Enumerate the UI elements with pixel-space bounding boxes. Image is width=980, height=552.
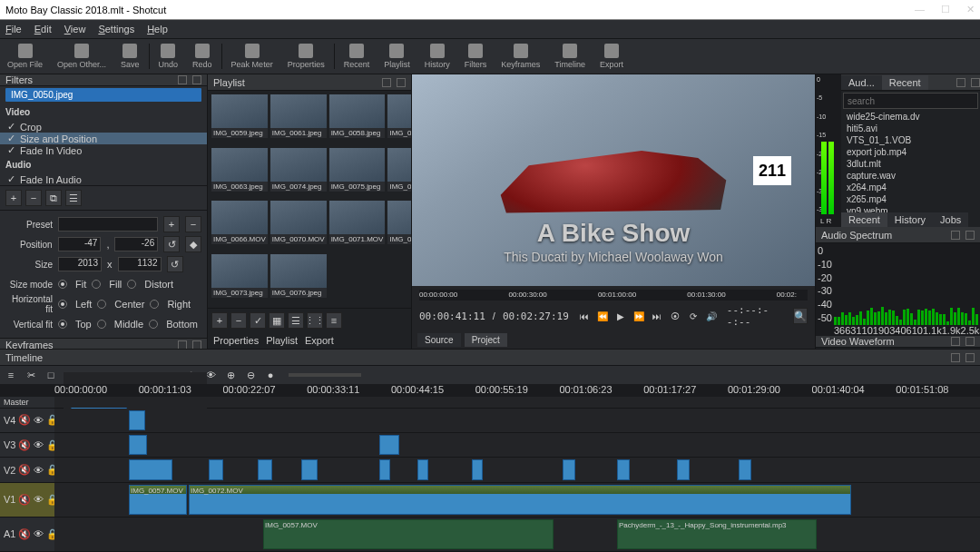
track-header[interactable]: A1🔇👁🔒 [0,518,54,551]
timeline-clip[interactable]: IMG_0057.MOV [263,519,554,549]
playlist-bar-button-4[interactable]: ☰ [288,312,304,329]
track-body[interactable] [54,433,980,457]
mute-icon[interactable]: 🔇 [18,439,31,451]
track-body[interactable] [54,409,980,432]
filter-add-button[interactable]: + [5,190,22,206]
recent-file-item[interactable]: VTS_01_1.VOB [841,134,980,146]
size-reset-button[interactable]: ↺ [167,256,183,272]
player-control-6[interactable]: ⟳ [685,308,701,324]
panel-detach-icon[interactable] [956,78,965,87]
toolbar-undo-button[interactable]: Undo [152,39,186,74]
toolbar-open-button[interactable]: Open File [0,39,50,74]
recent-file-item[interactable]: wide25-cinema.dv [841,111,980,123]
menu-file[interactable]: File [5,24,22,34]
toolbar-props-button[interactable]: Properties [280,39,332,74]
preset-add-button[interactable]: + [163,216,180,232]
track-body[interactable] [54,458,980,481]
timeline-clip[interactable] [301,459,318,479]
timeline-clip[interactable] [379,459,390,479]
panel-close-icon[interactable] [965,337,975,346]
timeline-clip[interactable] [617,459,630,479]
timeline-clip[interactable] [563,459,575,479]
vfit-middle-radio[interactable] [97,320,106,329]
player-control-3[interactable]: ⏩ [631,308,647,324]
panel-close-icon[interactable] [397,78,406,87]
preset-select[interactable] [58,217,158,232]
recent-file-item[interactable]: x264.mp4 [841,182,980,193]
timeline-tool-1[interactable]: ✂ [24,368,38,382]
panel-detach-icon[interactable] [178,75,187,84]
tab-source[interactable]: Source [417,333,461,347]
hfit-center-radio[interactable] [97,300,106,309]
tab-playlist[interactable]: Playlist [266,335,298,346]
player-control-7[interactable]: 🔊 [703,308,720,324]
panel-detach-icon[interactable] [951,231,960,240]
hfit-right-radio[interactable] [150,300,159,309]
hfit-left-radio[interactable] [58,300,67,309]
eye-icon[interactable]: 👁 [34,415,44,426]
eye-icon[interactable]: 👁 [34,528,44,539]
playlist-item[interactable]: IMG_0059.jpeg [211,94,268,138]
playlist-bar-button-2[interactable]: ✓ [250,312,266,329]
playlist-item[interactable]: IMG_0070.MOV [270,201,327,244]
timeline-clip[interactable] [677,459,690,479]
recent-search-input[interactable] [843,93,978,109]
timeline-tool-12[interactable]: ⊖ [243,368,258,382]
player-control-0[interactable]: ⏮ [576,308,593,324]
mute-icon[interactable]: 🔇 [18,528,31,540]
mute-icon[interactable]: 🔇 [18,414,31,426]
recent-file-item[interactable]: vp9.webm [841,205,980,212]
video-preview[interactable]: 211 A Bike Show This Ducati by Michael W… [412,74,815,286]
playlist-item[interactable]: IMG_0062.jpeg [387,94,411,138]
timeline-clip[interactable]: IMG_0072.MOV [189,485,851,515]
filter-copy-button[interactable]: ⧉ [45,190,62,206]
toolbar-redo-button[interactable]: Redo [185,39,220,74]
player-control-5[interactable]: ⦿ [667,308,683,324]
toolbar-meter-button[interactable]: Peak Meter [224,39,280,74]
playlist-bar-button-1[interactable]: − [230,312,247,329]
timeline-tool-2[interactable]: □ [44,368,58,382]
filter-item-fade-in-video[interactable]: ✓Fade In Video [0,144,207,156]
menu-settings[interactable]: Settings [98,24,134,34]
playlist-item[interactable]: IMG_0063.jpeg [211,148,268,192]
timeline-tool-11[interactable]: ⊕ [223,368,238,382]
timeline-clip[interactable]: IMG_0057.MOV [129,485,187,515]
toolbar-filters-button[interactable]: Filters [457,39,495,74]
player-zoom-button[interactable]: 🔍 [793,308,808,324]
panel-close-icon[interactable] [965,353,975,362]
track-header[interactable]: V2🔇👁🔒 [0,458,54,481]
position-reset-button[interactable]: ↺ [163,236,180,252]
recent-file-item[interactable]: export job.mp4 [841,146,980,158]
eye-icon[interactable]: 👁 [34,439,44,450]
panel-detach-icon[interactable] [951,353,960,362]
playlist-item[interactable]: IMG_0066.MOV [211,201,268,244]
track-header[interactable]: V4🔇👁🔒 [0,409,54,432]
timeline-tool-13[interactable]: ● [263,368,278,382]
playlist-bar-button-6[interactable]: ≡ [326,312,342,329]
toolbar-open-other-button[interactable]: Open Other... [50,39,113,74]
filter-item-fade-in-audio[interactable]: ✓Fade In Audio [0,173,207,185]
mute-icon[interactable]: 🔇 [18,464,31,476]
panel-close-icon[interactable] [965,231,975,240]
playlist-item[interactable]: IMG_0075.jpeg [329,148,386,192]
recent-file-item[interactable]: x265.mp4 [841,193,980,205]
panel-detach-icon[interactable] [382,78,391,87]
timeline-clip[interactable] [379,435,399,455]
player-control-4[interactable]: ⏭ [649,308,665,324]
timeline-tool-0[interactable]: ≡ [4,368,18,382]
toolbar-keyframes-button[interactable]: Keyframes [494,39,547,74]
tab-history[interactable]: History [887,212,933,227]
timeline-clip[interactable] [739,459,751,479]
position-x-input[interactable]: -47 [58,237,102,251]
playlist-item[interactable]: IMG_0073.jpeg [211,254,268,298]
toolbar-history-button[interactable]: History [417,39,457,74]
tab-audio-meter[interactable]: Aud... [841,75,882,90]
track-body[interactable]: IMG_0057.MOVIMG_0072.MOV [54,483,980,517]
player-control-1[interactable]: ⏪ [594,308,611,324]
panel-close-icon[interactable] [971,78,980,87]
tab-recent[interactable]: Recent [882,75,928,90]
playlist-item[interactable]: IMG_0074.jpeg [270,148,327,192]
panel-detach-icon[interactable] [951,337,960,346]
track-header[interactable]: V1🔇👁🔒 [0,483,54,517]
playlist-bar-button-3[interactable]: ▦ [269,312,285,329]
